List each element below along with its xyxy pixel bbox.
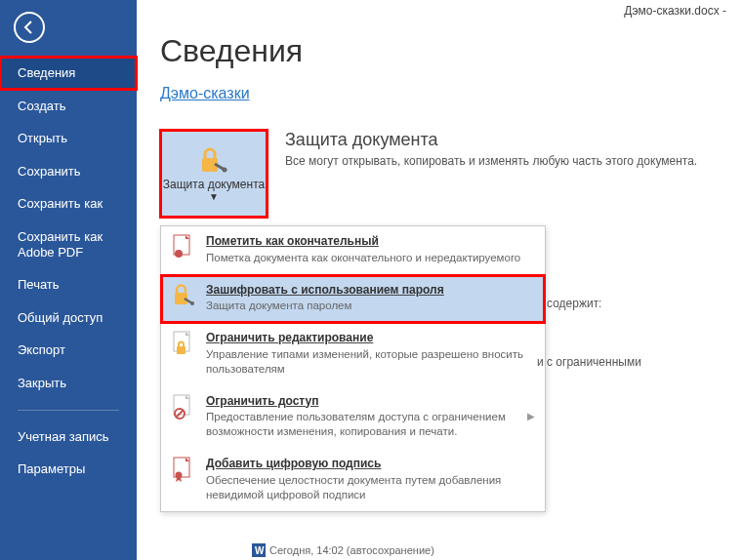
lock-key-icon (172, 283, 195, 306)
menu-title: Ограничить редактирование (206, 331, 535, 346)
menu-item-encrypt-password[interactable]: Зашифровать с использованием пароляЗащит… (161, 275, 545, 324)
svg-rect-9 (177, 346, 186, 354)
arrow-left-icon (21, 20, 37, 35)
menu-title: Зашифровать с использованием пароля (206, 283, 535, 299)
svg-point-4 (175, 250, 183, 258)
menu-desc: Управление типами изменений, которые раз… (206, 348, 523, 375)
menu-title: Добавить цифровую подпись (206, 457, 535, 472)
document-name-link[interactable]: Дэмо-сказки (160, 85, 250, 102)
sidebar-item-account[interactable]: Учетная запись (0, 420, 137, 454)
page-title: Сведения (160, 33, 736, 69)
protect-document-button[interactable]: Защита документа ▼ (160, 130, 268, 218)
sidebar-divider (18, 410, 119, 411)
menu-desc: Пометка документа как окончательного и н… (206, 252, 520, 263)
chevron-down-icon: ▼ (209, 191, 219, 202)
menu-desc: Обеспечение целостности документа путем … (206, 474, 501, 500)
backstage-sidebar: Сведения Создать Открыть Сохранить Сохра… (0, 0, 137, 560)
sidebar-item-share[interactable]: Общий доступ (0, 301, 137, 335)
menu-item-restrict-access[interactable]: Ограничить доступПредоставление пользова… (161, 386, 545, 449)
sidebar-item-saveas-pdf[interactable]: Сохранить как Adobe PDF (0, 220, 137, 268)
protect-document-menu: Пометить как окончательныйПометка докуме… (160, 225, 546, 512)
svg-point-6 (190, 301, 194, 305)
menu-desc: Защита документа паролем (206, 300, 351, 311)
status-bar: W Сегодня, 14:02 (автосохранение) (252, 540, 434, 560)
main-pane: Сведения Дэмо-сказки Защита документа ▼ … (146, 14, 736, 560)
sidebar-item-info[interactable]: Сведения (0, 57, 137, 90)
word-doc-icon: W (252, 543, 266, 557)
menu-item-add-signature[interactable]: Добавить цифровую подписьОбеспечение цел… (161, 449, 545, 511)
menu-item-mark-final[interactable]: Пометить как окончательныйПометка докуме… (161, 226, 545, 275)
svg-point-16 (176, 472, 183, 479)
lock-icon (197, 146, 230, 174)
status-text: Сегодня, 14:02 (автосохранение) (269, 544, 434, 556)
chevron-right-icon: ▶ (527, 411, 535, 421)
sidebar-item-export[interactable]: Экспорт (0, 334, 137, 367)
back-button[interactable] (14, 12, 45, 43)
sidebar-item-print[interactable]: Печать (0, 268, 137, 301)
svg-point-1 (223, 167, 227, 172)
sidebar-item-options[interactable]: Параметры (0, 453, 137, 486)
menu-title: Пометить как окончательный (206, 234, 535, 250)
menu-title: Ограничить доступ (206, 394, 517, 410)
sidebar-item-new[interactable]: Создать (0, 90, 137, 123)
protect-description: Все могут открывать, копировать и изменя… (285, 154, 736, 168)
document-denied-icon (173, 394, 194, 420)
protect-heading: Защита документа (285, 130, 736, 150)
sidebar-item-save[interactable]: Сохранить (0, 155, 137, 188)
document-ribbon-icon (173, 457, 194, 482)
document-lock-icon (173, 331, 194, 356)
menu-desc: Предоставление пользователям доступа с о… (206, 411, 506, 437)
menu-item-restrict-editing[interactable]: Ограничить редактированиеУправление типа… (161, 323, 545, 385)
svg-text:W: W (255, 545, 265, 556)
side-fragment-2: и с ограниченными (537, 355, 641, 369)
side-fragment-1: содержит: (547, 297, 601, 310)
sidebar-item-open[interactable]: Открыть (0, 122, 137, 155)
sidebar-item-saveas[interactable]: Сохранить как (0, 187, 137, 220)
sidebar-item-close[interactable]: Закрыть (0, 367, 137, 400)
document-badge-icon (173, 234, 194, 260)
protect-button-label: Защита документа (163, 178, 265, 191)
